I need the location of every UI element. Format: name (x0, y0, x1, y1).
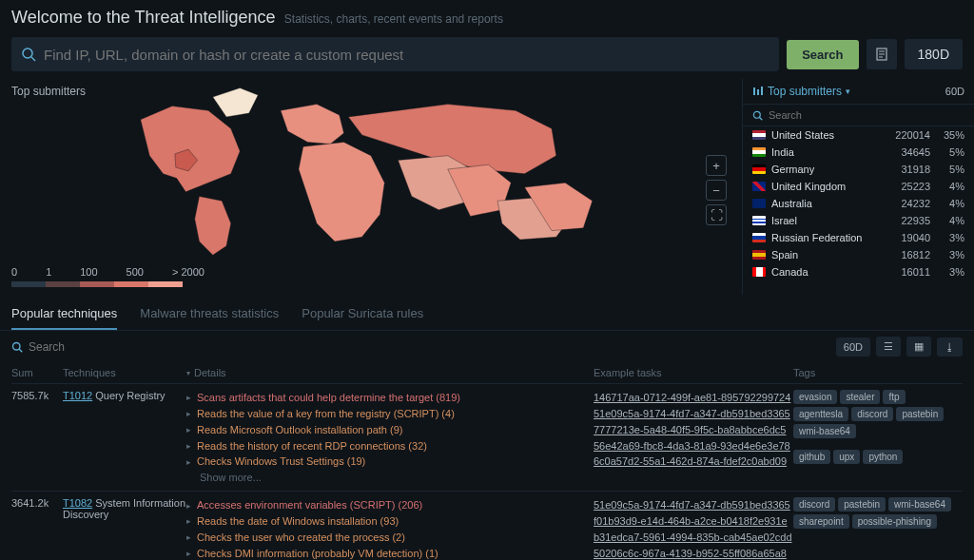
map-legend-labels: 01100500> 2000 (11, 262, 730, 278)
detail-item[interactable]: ▸Accesses environment variables (SCRIPT)… (186, 497, 438, 513)
col-tech[interactable]: Techniques (63, 367, 186, 378)
reports-icon[interactable] (867, 39, 897, 69)
table-row: 3641.2k T1082 System Information Discove… (11, 492, 963, 560)
task-link[interactable]: 51e09c5a-9174-4fd7-a347-db591bed3365 (594, 406, 793, 422)
tag[interactable]: stealer (840, 390, 880, 404)
svg-line-10 (760, 117, 763, 120)
detail-item[interactable]: ▸Reads the date of Windows installation … (186, 513, 438, 530)
page-subtitle: Statistics, charts, recent events and re… (284, 12, 503, 26)
col-tags[interactable]: Tags (793, 367, 963, 378)
side-period[interactable]: 60D (945, 86, 964, 97)
country-count: 24232 (885, 198, 930, 209)
tab[interactable]: Popular Suricata rules (302, 299, 423, 330)
country-row[interactable]: United States22001435% (743, 126, 974, 144)
tag[interactable]: upx (833, 450, 860, 464)
country-row[interactable]: United Kingdom252234% (743, 178, 974, 195)
caret-right-icon: ▸ (186, 500, 191, 512)
tag[interactable]: discord (851, 407, 893, 421)
task-link[interactable]: 146717aa-0712-499f-ae81-895792299724 (594, 390, 793, 406)
side-panel-selector[interactable]: Top submitters ▾ (752, 85, 850, 98)
country-pct: 35% (936, 129, 964, 141)
flag-icon (752, 147, 766, 157)
country-row[interactable]: India346455% (743, 144, 974, 161)
flag-icon (752, 233, 766, 242)
tag[interactable]: pastebin (838, 497, 886, 512)
technique-id[interactable]: T1082 (63, 497, 92, 509)
search-icon (21, 47, 36, 62)
country-row[interactable]: Russian Federation190403% (743, 229, 974, 246)
grid-view-icon[interactable]: ▦ (906, 337, 931, 357)
col-sum[interactable]: Sum (11, 367, 63, 378)
tag[interactable]: evasion (793, 390, 837, 404)
country-row[interactable]: Australia242324% (743, 195, 974, 212)
world-map[interactable] (11, 79, 730, 260)
detail-item[interactable]: ▸Checks the user who created the process… (186, 530, 438, 546)
task-link[interactable]: 56e42a69-fbc8-4da3-81a9-93ed4e6e3e78 (594, 438, 793, 454)
country-count: 16011 (885, 266, 930, 278)
detail-item[interactable]: ▸Scans artifacts that could help determi… (186, 390, 460, 406)
side-search-input[interactable] (769, 109, 964, 121)
sum-value: 3641.2k (11, 497, 63, 560)
zoom-in-icon[interactable]: + (706, 155, 727, 176)
country-row[interactable]: Israel229354% (743, 212, 974, 229)
tab[interactable]: Malware threats statistics (140, 299, 279, 330)
tag[interactable]: discord (793, 497, 835, 512)
tab[interactable]: Popular techniques (11, 299, 117, 330)
tag[interactable]: wmi-base64 (793, 424, 856, 438)
sort-caret-icon: ▾ (186, 369, 190, 377)
search-icon (11, 341, 23, 353)
task-link[interactable]: f01b93d9-e14d-464b-a2ce-b0418f2e931e (594, 513, 793, 530)
detail-item[interactable]: ▸Reads Microsoft Outlook installation pa… (186, 422, 460, 438)
tag[interactable]: github (793, 450, 830, 464)
country-row[interactable]: Spain168123% (743, 246, 974, 263)
map-legend-bar (11, 281, 183, 287)
technique-id[interactable]: T1012 (63, 390, 92, 401)
search-input[interactable] (44, 47, 769, 63)
country-pct: 3% (936, 249, 964, 261)
svg-rect-7 (757, 89, 759, 95)
detail-item[interactable]: ▸Checks DMI information (probably VM det… (186, 546, 438, 560)
detail-item[interactable]: ▸Reads the value of a key from the regis… (186, 406, 460, 422)
caret-right-icon: ▸ (186, 548, 191, 559)
tag[interactable]: possible-phishing (852, 514, 937, 529)
fullscreen-icon[interactable]: ⛶ (706, 204, 727, 225)
col-tasks[interactable]: Example tasks (594, 367, 793, 378)
download-icon[interactable]: ⭳ (937, 338, 963, 357)
table-period[interactable]: 60D (836, 338, 870, 357)
search-input-wrap[interactable] (11, 37, 779, 71)
task-link[interactable]: b31edca7-5961-4994-835b-cab45ae02cdd (594, 530, 793, 546)
tag[interactable]: wmi-base64 (888, 497, 951, 512)
list-view-icon[interactable]: ☰ (876, 337, 901, 357)
task-link[interactable]: 51e09c5a-9174-4fd7-a347-db591bed3365 (594, 497, 793, 513)
country-count: 22935 (885, 215, 930, 226)
zoom-out-icon[interactable]: − (706, 180, 727, 201)
svg-rect-6 (753, 87, 755, 95)
tag[interactable]: sharepoint (793, 514, 849, 529)
task-link[interactable]: 6c0a57d2-55a1-462d-874a-fdef2c0abd09 (594, 454, 793, 470)
tag[interactable]: agenttesla (793, 407, 848, 421)
col-details[interactable]: ▾Details (186, 367, 594, 378)
country-name: Russian Federation (771, 232, 879, 243)
search-button[interactable]: Search (787, 40, 858, 69)
tag[interactable]: ftp (883, 390, 905, 404)
task-link[interactable]: 50206c6c-967a-4139-b952-55ff086a65a8 (594, 546, 793, 560)
country-row[interactable]: Canada160113% (743, 263, 974, 280)
show-more[interactable]: Show more... (186, 472, 460, 483)
detail-item[interactable]: ▸Reads the history of recent RDP connect… (186, 438, 460, 454)
country-row[interactable]: Germany319185% (743, 161, 974, 178)
country-name: Canada (771, 266, 879, 278)
task-link[interactable]: 7777213e-5a48-40f5-9f5c-ba8abbce6dc5 (594, 422, 793, 438)
country-pct: 4% (936, 181, 964, 192)
country-name: United States (771, 129, 879, 141)
caret-right-icon: ▸ (186, 392, 191, 403)
country-count: 19040 (885, 232, 930, 243)
country-name: Israel (771, 215, 879, 226)
country-pct: 3% (936, 266, 964, 278)
detail-item[interactable]: ▸Checks Windows Trust Settings (19) (186, 454, 460, 470)
country-pct: 4% (936, 198, 964, 209)
period-selector[interactable]: 180D (905, 39, 963, 69)
flag-icon (752, 164, 766, 174)
tag[interactable]: pastebin (896, 407, 944, 421)
tag[interactable]: python (863, 450, 903, 464)
table-search-input[interactable] (29, 340, 828, 354)
